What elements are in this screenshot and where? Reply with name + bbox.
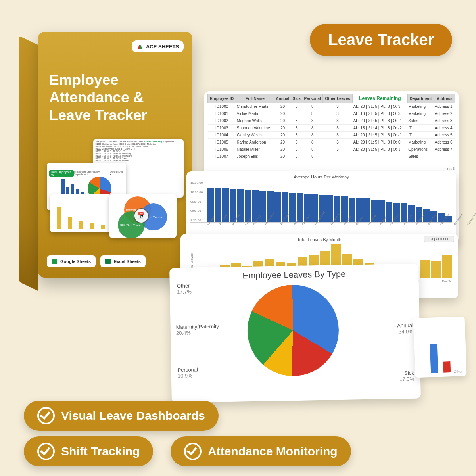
avg-hours-panel: Average Hours Per Workday 10:30:0010:00:… <box>186 171 456 244</box>
pie-label-annual: Annual34.0% <box>397 322 413 335</box>
pie-label-matpat: Maternity/Paternity20.4% <box>176 323 219 336</box>
product-box: ACE SHEETS Employee Attendance & Leave T… <box>32 32 192 278</box>
pie-label-personal: Personal10.9% <box>177 367 198 379</box>
side-mini-panel: Other <box>413 317 466 378</box>
leaves-by-type-panel: Employee Leaves By Type Other17.7% Annua… <box>169 264 421 403</box>
dept-filter[interactable]: Department <box>424 236 454 242</box>
platform-badges: Google Sheets Excel Sheets <box>47 255 146 267</box>
pie-label-other: Other17.7% <box>177 283 192 295</box>
brand-logo: ACE SHEETS <box>132 40 184 52</box>
check-icon <box>37 407 55 424</box>
check-icon <box>37 443 55 460</box>
product-title: Employee Attendance & Leave Tracker <box>49 71 181 124</box>
feature-visual-dashboards: Visual Leave Dashboards <box>24 401 219 431</box>
page: Leave Tracker ACE SHEETS Employee Attend… <box>0 0 476 476</box>
mini-type-bars <box>50 194 112 232</box>
check-icon <box>184 443 202 460</box>
avg-hours-title: Average Hours Per Workday <box>190 175 452 179</box>
pie-label-sick: Sick17.0% <box>399 370 414 382</box>
leave-table: Employee IDFull NameAnnualSickPersonalOt… <box>207 94 455 160</box>
monthly-leaves-title: Total Leaves By Month <box>184 237 454 242</box>
pie-chart <box>247 284 340 377</box>
title-pill: Leave Tracker <box>310 24 452 56</box>
feature-attendance-monitoring: Attendance Monitoring <box>171 436 351 466</box>
excel-sheets-badge: Excel Sheets <box>100 255 146 267</box>
google-sheets-badge: Google Sheets <box>47 255 96 267</box>
feature-shift-tracking: Shift Tracking <box>24 436 153 466</box>
box-preview-cards: Employee ID Full Name Annual Sick Person… <box>47 139 184 230</box>
calendar-icon: 📅 <box>134 208 149 223</box>
mini-venn: Attendance Tracker Leave Tracker Shift T… <box>109 194 177 238</box>
